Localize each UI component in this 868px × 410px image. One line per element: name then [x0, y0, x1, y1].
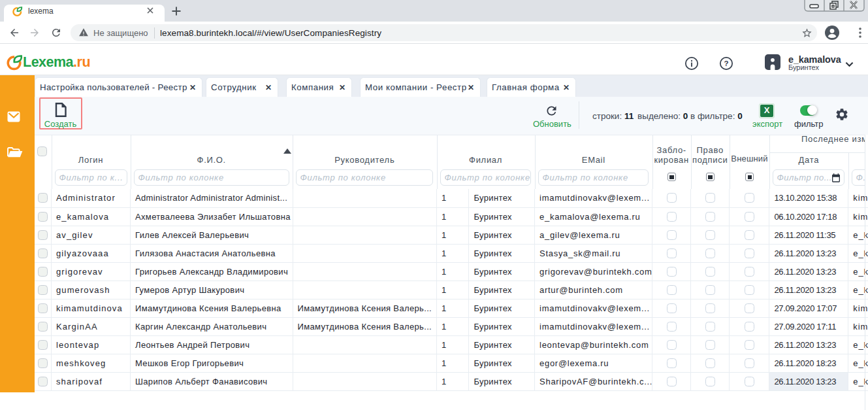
svg-text:?: ? [724, 60, 729, 67]
